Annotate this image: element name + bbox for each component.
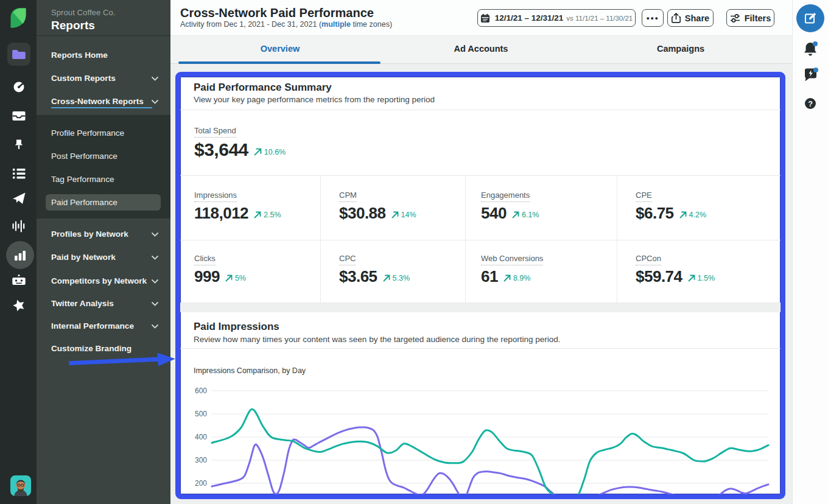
- svg-text:?: ?: [808, 100, 813, 108]
- svg-text:500: 500: [195, 410, 207, 418]
- svg-text:600: 600: [195, 387, 207, 395]
- svg-text:400: 400: [195, 433, 207, 441]
- svg-text:300: 300: [195, 456, 207, 464]
- svg-text:200: 200: [195, 479, 207, 488]
